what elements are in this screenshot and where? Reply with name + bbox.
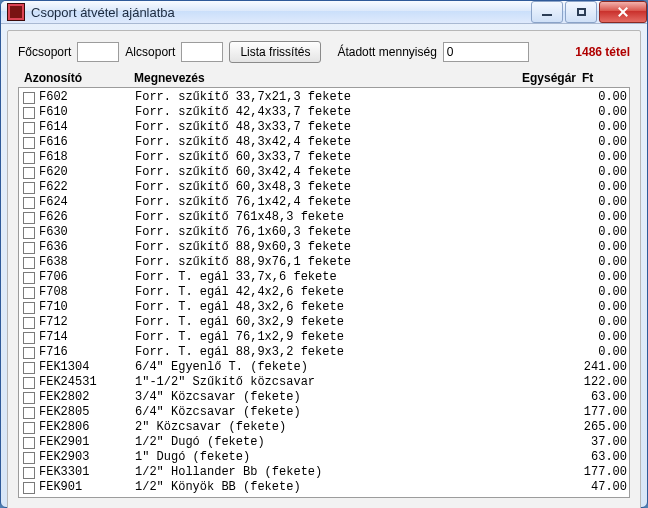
cell-name: 6/4" Közcsavar (fekete) xyxy=(135,405,557,420)
row-checkbox[interactable] xyxy=(23,242,35,254)
table-row[interactable]: FEK13046/4" Egyenlő T. (fekete)241.00 xyxy=(23,360,627,375)
table-row[interactable]: F712Forr. T. egál 60,3x2,9 fekete0.00 xyxy=(23,315,627,330)
row-checkbox[interactable] xyxy=(23,392,35,404)
cell-id: F630 xyxy=(39,225,135,240)
cell-price: 0.00 xyxy=(557,300,627,315)
table-row[interactable]: FEK33011/2" Hollander Bb (fekete)177.00 xyxy=(23,465,627,480)
table-row[interactable]: FEK29031" Dugó (fekete)63.00 xyxy=(23,450,627,465)
cell-name: 1"-1/2" Szűkítő közcsavar xyxy=(135,375,557,390)
row-checkbox[interactable] xyxy=(23,407,35,419)
cell-price: 177.00 xyxy=(557,465,627,480)
row-checkbox[interactable] xyxy=(23,92,35,104)
table-row[interactable]: FEK29011/2" Dugó (fekete)37.00 xyxy=(23,435,627,450)
table-row[interactable]: F614Forr. szűkítő 48,3x33,7 fekete0.00 xyxy=(23,120,627,135)
lista-frissites-button[interactable]: Lista frissítés xyxy=(229,41,321,63)
table-row[interactable]: FEK28056/4" Közcsavar (fekete)177.00 xyxy=(23,405,627,420)
row-checkbox[interactable] xyxy=(23,362,35,374)
row-checkbox[interactable] xyxy=(23,317,35,329)
table-row[interactable]: F616Forr. szűkítő 48,3x42,4 fekete0.00 xyxy=(23,135,627,150)
row-checkbox[interactable] xyxy=(23,347,35,359)
cell-price: 47.00 xyxy=(557,480,627,495)
close-button[interactable] xyxy=(599,1,647,23)
cell-id: F716 xyxy=(39,345,135,360)
row-checkbox[interactable] xyxy=(23,182,35,194)
cell-name: Forr. szűkítő 761x48,3 fekete xyxy=(135,210,557,225)
cell-id: F624 xyxy=(39,195,135,210)
cell-name: Forr. szűkítő 76,1x60,3 fekete xyxy=(135,225,557,240)
row-checkbox[interactable] xyxy=(23,122,35,134)
row-checkbox[interactable] xyxy=(23,137,35,149)
cell-price: 0.00 xyxy=(557,225,627,240)
table-row[interactable]: F610Forr. szűkítő 42,4x33,7 fekete0.00 xyxy=(23,105,627,120)
cell-name: Forr. szűkítő 88,9x60,3 fekete xyxy=(135,240,557,255)
cell-id: FEK2806 xyxy=(39,420,135,435)
cell-name: Forr. szűkítő 60,3x42,4 fekete xyxy=(135,165,557,180)
cell-id: F710 xyxy=(39,300,135,315)
cell-name: Forr. szűkítő 60,3x48,3 fekete xyxy=(135,180,557,195)
cell-id: F712 xyxy=(39,315,135,330)
row-checkbox[interactable] xyxy=(23,107,35,119)
table-row[interactable]: FEK28062" Közcsavar (fekete)265.00 xyxy=(23,420,627,435)
row-checkbox[interactable] xyxy=(23,302,35,314)
cell-price: 0.00 xyxy=(557,345,627,360)
alcsoport-input[interactable] xyxy=(181,42,223,62)
cell-name: 1/2" Dugó (fekete) xyxy=(135,435,557,450)
row-checkbox[interactable] xyxy=(23,332,35,344)
table-row[interactable]: F620Forr. szűkítő 60,3x42,4 fekete0.00 xyxy=(23,165,627,180)
row-checkbox[interactable] xyxy=(23,197,35,209)
table-row[interactable]: F626Forr. szűkítő 761x48,3 fekete0.00 xyxy=(23,210,627,225)
table-row[interactable]: F630Forr. szűkítő 76,1x60,3 fekete0.00 xyxy=(23,225,627,240)
atadott-input[interactable] xyxy=(443,42,529,62)
row-checkbox[interactable] xyxy=(23,272,35,284)
minimize-button[interactable] xyxy=(531,1,563,23)
titlebar[interactable]: Csoport átvétel ajánlatba xyxy=(1,1,647,24)
cell-id: FEK2901 xyxy=(39,435,135,450)
cell-id: F714 xyxy=(39,330,135,345)
cell-id: FEK3301 xyxy=(39,465,135,480)
cell-id: F622 xyxy=(39,180,135,195)
row-checkbox[interactable] xyxy=(23,257,35,269)
row-checkbox[interactable] xyxy=(23,422,35,434)
cell-price: 0.00 xyxy=(557,330,627,345)
cell-price: 0.00 xyxy=(557,135,627,150)
cell-name: 3/4" Közcsavar (fekete) xyxy=(135,390,557,405)
table-row[interactable]: F638Forr. szűkítő 88,9x76,1 fekete0.00 xyxy=(23,255,627,270)
cell-name: Forr. T. egál 48,3x2,6 fekete xyxy=(135,300,557,315)
table-row[interactable]: F716Forr. T. egál 88,9x3,2 fekete0.00 xyxy=(23,345,627,360)
row-checkbox[interactable] xyxy=(23,437,35,449)
table-row[interactable]: FEK9011/2" Könyök BB (fekete)47.00 xyxy=(23,480,627,495)
table-row[interactable]: FEK28023/4" Közcsavar (fekete)63.00 xyxy=(23,390,627,405)
cell-name: Forr. szűkítő 42,4x33,7 fekete xyxy=(135,105,557,120)
table-row[interactable]: F708Forr. T. egál 42,4x2,6 fekete0.00 xyxy=(23,285,627,300)
row-checkbox[interactable] xyxy=(23,377,35,389)
table-row[interactable]: F618Forr. szűkítő 60,3x33,7 fekete0.00 xyxy=(23,150,627,165)
table-row[interactable]: F624Forr. szűkítő 76,1x42,4 fekete0.00 xyxy=(23,195,627,210)
table-row[interactable]: F710Forr. T. egál 48,3x2,6 fekete0.00 xyxy=(23,300,627,315)
cell-id: F706 xyxy=(39,270,135,285)
row-checkbox[interactable] xyxy=(23,167,35,179)
row-checkbox[interactable] xyxy=(23,287,35,299)
cell-id: FEK2802 xyxy=(39,390,135,405)
row-checkbox[interactable] xyxy=(23,452,35,464)
table-row[interactable]: F714Forr. T. egál 76,1x2,9 fekete0.00 xyxy=(23,330,627,345)
row-checkbox[interactable] xyxy=(23,212,35,224)
row-checkbox[interactable] xyxy=(23,152,35,164)
table-row[interactable]: F706Forr. T. egál 33,7x,6 fekete0.00 xyxy=(23,270,627,285)
table-row[interactable]: F636Forr. szűkítő 88,9x60,3 fekete0.00 xyxy=(23,240,627,255)
list-body[interactable]: F602Forr. szűkítő 33,7x21,3 fekete0.00F6… xyxy=(18,87,630,498)
table-row[interactable]: F622Forr. szűkítő 60,3x48,3 fekete0.00 xyxy=(23,180,627,195)
focsoport-input[interactable] xyxy=(77,42,119,62)
table-row[interactable]: F602Forr. szűkítő 33,7x21,3 fekete0.00 xyxy=(23,90,627,105)
row-checkbox[interactable] xyxy=(23,467,35,479)
maximize-button[interactable] xyxy=(565,1,597,23)
cell-name: 1" Dugó (fekete) xyxy=(135,450,557,465)
cell-name: 1/2" Hollander Bb (fekete) xyxy=(135,465,557,480)
row-checkbox[interactable] xyxy=(23,227,35,239)
col-header-id: Azonosító xyxy=(24,71,134,85)
table-row[interactable]: FEK245311"-1/2" Szűkítő közcsavar122.00 xyxy=(23,375,627,390)
cell-id: F616 xyxy=(39,135,135,150)
cell-id: F614 xyxy=(39,120,135,135)
cell-name: Forr. T. egál 60,3x2,9 fekete xyxy=(135,315,557,330)
cell-id: F620 xyxy=(39,165,135,180)
row-checkbox[interactable] xyxy=(23,482,35,494)
